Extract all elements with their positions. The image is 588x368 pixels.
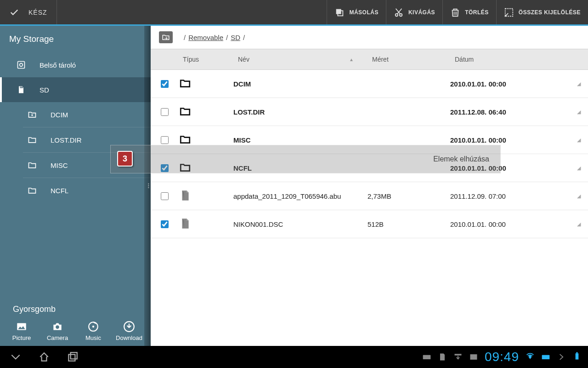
col-name[interactable]: Név▲ <box>233 49 368 69</box>
sidebar: My Storage Belső tároló SD DCIM LOST.DIR… <box>0 26 151 346</box>
row-name: appdata_2011_1209_T065946.abu <box>233 192 368 200</box>
battery-icon <box>572 351 582 361</box>
keyboard-icon <box>422 352 431 362</box>
folder-plus-icon <box>28 110 37 119</box>
trash-icon <box>450 7 460 17</box>
svg-rect-15 <box>68 355 75 361</box>
file-content: / Removable / SD / Típus Név▲ Méret Dátu… <box>151 26 588 346</box>
download-status-icon <box>453 352 463 362</box>
svg-rect-8 <box>21 86 22 88</box>
shortcuts-title: Gyorsgomb <box>0 296 151 319</box>
storage-icon <box>17 60 26 69</box>
row-checkbox[interactable] <box>161 80 169 88</box>
row-more-icon[interactable]: ◢ <box>570 221 588 227</box>
row-more-icon[interactable]: ◢ <box>570 109 588 115</box>
folder-icon <box>178 105 233 119</box>
svg-point-2 <box>396 13 398 16</box>
cut-button[interactable]: KIVÁGÁS <box>386 0 442 24</box>
check-icon <box>9 7 19 17</box>
file-icon <box>178 190 233 203</box>
svg-rect-18 <box>454 354 461 355</box>
row-size: 512B <box>368 220 450 228</box>
svg-rect-16 <box>71 352 77 359</box>
row-name: NIKON001.DSC <box>233 220 368 228</box>
music-icon <box>87 321 99 333</box>
sidebar-drag-handle[interactable]: ••• <box>144 26 151 346</box>
sidebar-title: My Storage <box>0 26 151 52</box>
clock: 09:49 <box>485 350 519 364</box>
sidebar-item-ncfl[interactable]: NCFL <box>0 178 151 203</box>
sd-icon <box>17 85 26 94</box>
breadcrumb-removable[interactable]: Removable <box>188 34 223 41</box>
sidebar-item-internal[interactable]: Belső tároló <box>0 52 151 77</box>
file-row[interactable]: NIKON001.DSC512B2010.01.01. 00:00◢ <box>151 210 588 238</box>
gallery-status-icon <box>469 352 478 362</box>
done-label: KÉSZ <box>28 9 47 16</box>
row-name: DCIM <box>233 80 368 88</box>
svg-rect-1 <box>336 9 341 14</box>
svg-rect-5 <box>18 62 25 69</box>
back-button[interactable] <box>6 348 25 366</box>
breadcrumb: / Removable / SD / <box>151 26 588 49</box>
sidebar-item-sd[interactable]: SD <box>0 77 151 102</box>
row-more-icon[interactable]: ◢ <box>570 165 588 171</box>
row-checkbox[interactable] <box>161 220 169 228</box>
shortcut-music[interactable]: Music <box>77 321 109 341</box>
row-date: 2011.12.08. 06:40 <box>450 108 570 116</box>
file-row[interactable]: DCIM2010.01.01. 00:00◢ <box>151 70 588 98</box>
row-checkbox[interactable] <box>161 192 169 200</box>
delete-button[interactable]: TÖRLÉS <box>442 0 496 24</box>
done-button[interactable]: KÉSZ <box>0 0 57 24</box>
svg-point-13 <box>92 326 94 328</box>
row-more-icon[interactable]: ◢ <box>570 193 588 199</box>
select-all-button[interactable]: ÖSSZES KIJELÖLÉSE <box>496 0 588 24</box>
copy-button[interactable]: MÁSOLÁS <box>327 0 386 24</box>
wifi-icon <box>526 351 535 361</box>
picture-icon <box>16 321 28 333</box>
cut-icon <box>394 7 404 17</box>
svg-rect-20 <box>542 355 550 359</box>
system-navbar: 09:49 <box>0 346 588 368</box>
download-icon <box>123 321 135 333</box>
row-date: 2011.12.09. 07:00 <box>450 192 570 200</box>
svg-point-6 <box>20 63 23 67</box>
row-checkbox[interactable] <box>161 108 169 116</box>
col-type[interactable]: Típus <box>178 49 233 69</box>
row-checkbox[interactable] <box>161 136 169 144</box>
chevron-right-icon <box>557 352 566 362</box>
folder-icon <box>28 161 37 170</box>
row-more-icon[interactable]: ◢ <box>570 81 588 87</box>
file-row[interactable]: LOST.DIR2011.12.08. 06:40◢ <box>151 98 588 126</box>
file-row[interactable]: appdata_2011_1209_T065946.abu2,73MB2011.… <box>151 182 588 210</box>
folder-icon <box>28 186 37 195</box>
breadcrumb-sd[interactable]: SD <box>231 34 240 41</box>
action-bar: KÉSZ MÁSOLÁS KIVÁGÁS TÖRLÉS ÖSSZES KIJEL… <box>0 0 588 26</box>
row-date: 2010.01.01. 00:00 <box>450 220 570 228</box>
svg-point-11 <box>56 325 59 329</box>
home-button[interactable] <box>35 348 53 366</box>
sort-asc-icon: ▲ <box>349 57 354 62</box>
file-list: DCIM2010.01.01. 00:00◢LOST.DIR2011.12.08… <box>151 70 588 346</box>
col-date[interactable]: Dátum <box>450 49 570 69</box>
shortcut-camera[interactable]: Camera <box>41 321 74 341</box>
row-size: 2,73MB <box>368 192 450 200</box>
copy-icon <box>334 7 345 17</box>
row-date: 2010.01.01. 00:00 <box>450 136 570 144</box>
folder-icon <box>28 135 37 144</box>
recent-apps-button[interactable] <box>63 348 82 366</box>
col-size[interactable]: Méret <box>368 49 450 69</box>
column-headers: Típus Név▲ Méret Dátum <box>151 49 588 70</box>
camera-icon <box>51 321 63 333</box>
svg-rect-21 <box>576 353 579 359</box>
drag-label: Elemek elhúzása <box>433 155 489 163</box>
svg-rect-22 <box>576 352 577 354</box>
select-all-icon <box>504 7 514 17</box>
keyboard2-icon <box>541 352 550 362</box>
sidebar-item-dcim[interactable]: DCIM <box>0 102 151 127</box>
svg-point-3 <box>400 13 402 16</box>
breadcrumb-root-icon[interactable] <box>159 31 173 43</box>
shortcut-download[interactable]: Download <box>113 321 145 341</box>
row-more-icon[interactable]: ◢ <box>570 137 588 143</box>
drag-count-badge: 3 <box>117 151 133 167</box>
shortcut-picture[interactable]: Picture <box>6 321 38 341</box>
